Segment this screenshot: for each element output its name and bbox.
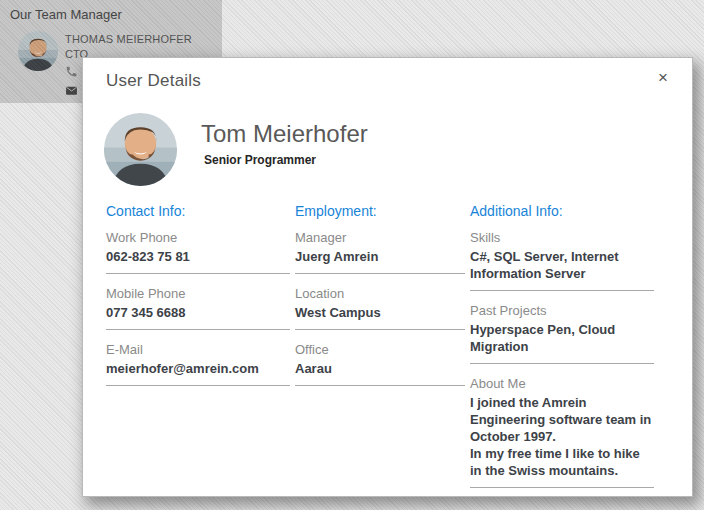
user-job-title: Senior Programmer — [204, 153, 368, 167]
person-header: Tom Meierhofer Senior Programmer — [104, 113, 368, 186]
field-office: Office Aarau — [295, 342, 465, 386]
close-icon[interactable]: × — [654, 66, 672, 90]
column-header: Contact Info: — [106, 203, 290, 219]
user-photo — [104, 113, 177, 186]
field-skills: Skills C#, SQL Server, Internet Informat… — [470, 230, 654, 291]
user-details-modal: User Details × Tom Meierhofer Senior Pro… — [82, 57, 693, 497]
field-value: 062-823 75 81 — [106, 248, 290, 265]
field-past-projects: Past Projects Hyperspace Pen, Cloud Migr… — [470, 303, 654, 364]
field-value: C#, SQL Server, Internet Information Ser… — [470, 248, 654, 282]
column-header: Additional Info: — [470, 203, 654, 219]
field-value: Juerg Amrein — [295, 248, 465, 265]
field-label: E-Mail — [106, 342, 290, 357]
field-label: Location — [295, 286, 465, 301]
field-label: Work Phone — [106, 230, 290, 245]
column-employment: Employment: Manager Juerg Amrein Locatio… — [295, 203, 465, 500]
field-value: I joined the Amrein Engineering software… — [470, 394, 654, 479]
field-label: Skills — [470, 230, 654, 245]
column-contact-info: Contact Info: Work Phone 062-823 75 81 M… — [106, 203, 290, 500]
field-label: Office — [295, 342, 465, 357]
field-email: E-Mail meierhofer@amrein.com — [106, 342, 290, 386]
field-label: Past Projects — [470, 303, 654, 318]
field-value: meierhofer@amrein.com — [106, 360, 290, 377]
field-label: Mobile Phone — [106, 286, 290, 301]
field-manager: Manager Juerg Amrein — [295, 230, 465, 274]
field-about-me: About Me I joined the Amrein Engineering… — [470, 376, 654, 488]
detail-columns: Contact Info: Work Phone 062-823 75 81 M… — [106, 203, 676, 500]
field-value: West Campus — [295, 304, 465, 321]
user-name: Tom Meierhofer — [201, 120, 368, 148]
field-work-phone: Work Phone 062-823 75 81 — [106, 230, 290, 274]
modal-title: User Details — [106, 71, 201, 91]
column-additional-info: Additional Info: Skills C#, SQL Server, … — [470, 203, 654, 500]
field-value: 077 345 6688 — [106, 304, 290, 321]
field-label: About Me — [470, 376, 654, 391]
field-value: Hyperspace Pen, Cloud Migration — [470, 321, 654, 355]
column-header: Employment: — [295, 203, 465, 219]
field-mobile-phone: Mobile Phone 077 345 6688 — [106, 286, 290, 330]
field-label: Manager — [295, 230, 465, 245]
page: Our Team Manager THOMAS MEIERHOFER CTO — [0, 0, 704, 510]
field-value: Aarau — [295, 360, 465, 377]
field-location: Location West Campus — [295, 286, 465, 330]
